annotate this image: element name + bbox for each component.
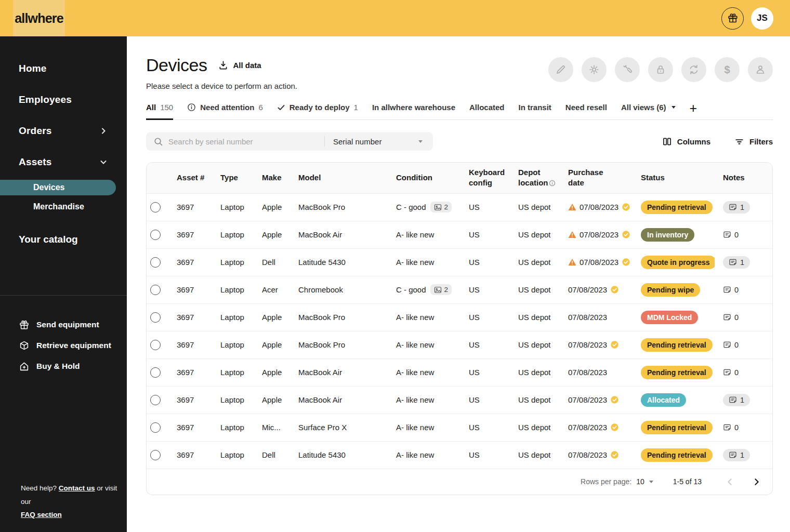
- sell-action-button[interactable]: $: [715, 57, 740, 82]
- note-icon: [723, 313, 731, 321]
- table-row[interactable]: 3697LaptopAppleMacBook AirA- like newUSU…: [147, 387, 772, 414]
- condition-photos-badge[interactable]: 2: [430, 284, 452, 295]
- notes-button[interactable]: 0: [723, 286, 739, 294]
- tab-in-transit[interactable]: In transit: [519, 103, 551, 120]
- sidebar-item-merchandise[interactable]: Merchandise: [0, 197, 127, 216]
- sidebar-item-devices[interactable]: Devices: [0, 180, 116, 195]
- recycle-action-button[interactable]: [681, 57, 706, 82]
- tab-label: In allwhere warehouse: [372, 103, 455, 112]
- sidebar-item-orders[interactable]: Orders: [0, 115, 127, 147]
- cell-keyboard-config: US: [460, 258, 510, 267]
- table-row[interactable]: 3697LaptopAppleMacBook ProA- like newUSU…: [147, 331, 772, 359]
- column-header-condition: Condition: [388, 168, 460, 188]
- cell-purchase-date: 07/08/2023: [560, 368, 633, 377]
- cell-type: Laptop: [212, 450, 254, 459]
- notes-button[interactable]: 0: [723, 423, 739, 432]
- row-radio-button[interactable]: [150, 367, 161, 378]
- row-radio-button[interactable]: [150, 450, 161, 460]
- notes-button[interactable]: 0: [723, 341, 739, 349]
- sidebar-action-send-equipment[interactable]: Send equipment: [0, 314, 127, 335]
- notes-button[interactable]: 0: [723, 231, 739, 239]
- table-row[interactable]: 3697LaptopDellLatitude 5430A- like newUS…: [147, 249, 772, 276]
- row-radio-button[interactable]: [150, 422, 161, 433]
- add-view-button[interactable]: +: [690, 103, 697, 119]
- row-radio-button[interactable]: [150, 312, 161, 323]
- tab-need-attention[interactable]: Need attention6: [187, 103, 263, 120]
- rewards-button[interactable]: [721, 7, 744, 30]
- repair-action-button[interactable]: [615, 57, 640, 82]
- sidebar-action-retrieve-equipment[interactable]: Retrieve equipment: [0, 335, 127, 356]
- notes-button[interactable]: 1: [723, 256, 750, 269]
- columns-label: Columns: [677, 137, 710, 146]
- sidebar-item-home[interactable]: Home: [0, 53, 127, 84]
- notes-button[interactable]: 0: [723, 313, 739, 322]
- table-row[interactable]: 3697LaptopAppleMacBook AirA- like newUSU…: [147, 359, 772, 387]
- sidebar-action-buy-hold[interactable]: Buy & Hold: [0, 356, 127, 377]
- brand-logo[interactable]: allwhere: [13, 0, 65, 36]
- cell-asset: 3697: [168, 203, 212, 211]
- warning-icon: [568, 258, 576, 266]
- devices-table: Asset #TypeMakeModelConditionKeyboard co…: [146, 162, 773, 495]
- search-field-select[interactable]: Serial number: [325, 137, 426, 146]
- download-icon: [218, 60, 228, 70]
- notes-button[interactable]: 0: [723, 368, 739, 377]
- table-row[interactable]: 3697LaptopDellLatitude 5430A- like newUS…: [147, 442, 772, 469]
- sidebar-item-label: Assets: [19, 156, 52, 168]
- settings-action-button[interactable]: [582, 57, 607, 82]
- cell-asset: 3697: [168, 285, 212, 294]
- sidebar-item-employees[interactable]: Employees: [0, 84, 127, 115]
- faq-link[interactable]: FAQ section: [21, 511, 62, 518]
- search-input[interactable]: [168, 137, 324, 146]
- table-row[interactable]: 3697LaptopAppleMacBook ProC - good2USUS …: [147, 194, 772, 221]
- notes-button[interactable]: 1: [723, 394, 750, 406]
- cell-notes: 0: [715, 368, 772, 377]
- filters-button[interactable]: Filters: [734, 137, 773, 147]
- cell-status: Pending retrieval: [633, 201, 715, 214]
- cell-make: Dell: [254, 450, 290, 459]
- tab-all-views-6-[interactable]: All views (6): [621, 103, 676, 120]
- cell-purchase-date: 07/08/2023: [560, 203, 633, 211]
- notes-button[interactable]: 1: [723, 201, 750, 214]
- cell-condition: A- like new: [388, 450, 460, 459]
- table-row[interactable]: 3697LaptopAppleMacBook ProA- like newUSU…: [147, 304, 772, 331]
- row-radio-button[interactable]: [150, 257, 161, 268]
- cell-make: Apple: [254, 340, 290, 349]
- tab-in-allwhere-warehouse[interactable]: In allwhere warehouse: [372, 103, 455, 120]
- rows-per-page-label: Rows per page:: [581, 477, 631, 486]
- edit-action-button[interactable]: [548, 57, 573, 82]
- row-radio-button[interactable]: [150, 230, 161, 240]
- cell-type: Laptop: [212, 340, 254, 349]
- columns-button[interactable]: Columns: [662, 137, 710, 147]
- rows-per-page-select[interactable]: 10: [636, 477, 653, 486]
- assign-action-button[interactable]: [748, 57, 773, 82]
- tab-label: All views (6): [621, 103, 666, 112]
- cell-keyboard-config: US: [460, 450, 510, 459]
- cell-model: MacBook Pro: [290, 203, 388, 211]
- sidebar-item-assets[interactable]: Assets: [0, 147, 127, 178]
- tab-all[interactable]: All150: [146, 103, 173, 120]
- main-content: Devices All data Please select a device …: [127, 36, 790, 495]
- row-radio-button[interactable]: [150, 340, 161, 350]
- user-avatar[interactable]: JS: [751, 7, 773, 30]
- cell-type: Laptop: [212, 395, 254, 404]
- image-icon: [434, 286, 442, 294]
- status-badge: In inventory: [641, 228, 694, 242]
- table-row[interactable]: 3697LaptopAppleMacBook AirA- like newUSU…: [147, 221, 772, 249]
- tab-need-resell[interactable]: Need resell: [565, 103, 607, 120]
- row-radio-button[interactable]: [150, 395, 161, 405]
- condition-photos-badge[interactable]: 2: [430, 202, 452, 212]
- sidebar-item-your-catalog[interactable]: Your catalog: [19, 234, 127, 245]
- previous-page-button[interactable]: [726, 477, 734, 486]
- table-row[interactable]: 3697LaptopAcerChromebookC - good2USUS de…: [147, 276, 772, 304]
- recycle-icon: [688, 64, 700, 75]
- row-radio-button[interactable]: [150, 285, 161, 295]
- lock-action-button[interactable]: [648, 57, 673, 82]
- tab-ready-to-deploy[interactable]: Ready to deploy1: [277, 103, 358, 120]
- contact-us-link[interactable]: Contact us: [59, 484, 95, 492]
- notes-button[interactable]: 1: [723, 449, 750, 461]
- tab-allocated[interactable]: Allocated: [469, 103, 505, 120]
- table-row[interactable]: 3697LaptopMic...Surface Pro XA- like new…: [147, 414, 772, 442]
- export-all-data-button[interactable]: All data: [218, 60, 261, 70]
- next-page-button[interactable]: [752, 477, 761, 486]
- row-radio-button[interactable]: [150, 202, 161, 212]
